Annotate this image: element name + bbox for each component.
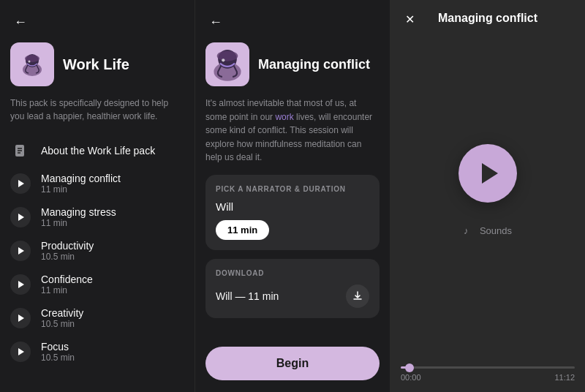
detail-panel: ← Managing conflict It's almost inevitab… <box>195 0 390 392</box>
highlight-word: work <box>275 112 293 122</box>
menu-title-4: Confidence <box>41 274 93 285</box>
download-section-label: DOWNLOAD <box>216 269 369 277</box>
player-header: ✕ Managing conflict <box>390 0 585 32</box>
menu-text-productivity: Productivity 10.5 min <box>41 240 94 262</box>
play-button-large[interactable] <box>458 144 517 203</box>
play-icon-1 <box>10 173 31 194</box>
menu-subtitle-1: 11 min <box>41 184 121 195</box>
menu-title-5: Creativity <box>41 307 83 319</box>
sounds-label: ♪ Sounds <box>464 225 512 236</box>
menu-subtitle-4: 11 min <box>41 285 93 295</box>
sounds-text: Sounds <box>480 225 512 236</box>
narrator-name: Will <box>216 200 369 213</box>
progress-bar[interactable] <box>401 366 575 369</box>
detail-title: Managing conflict <box>258 57 370 72</box>
menu-title-3: Productivity <box>41 240 94 252</box>
play-icon-6 <box>10 342 31 362</box>
time-total: 11:12 <box>554 373 575 382</box>
menu-text-creativity: Creativity 10.5 min <box>41 307 83 329</box>
menu-item-productivity[interactable]: Productivity 10.5 min <box>10 234 184 268</box>
player-content: ♪ Sounds <box>390 32 585 392</box>
download-row: Will — 11 min <box>216 284 369 308</box>
menu-subtitle-2: 11 min <box>41 218 116 228</box>
menu-text-managing-stress: Managing stress 11 min <box>41 206 116 228</box>
back-button[interactable]: ← <box>10 12 31 32</box>
player-title: Managing conflict <box>438 12 537 25</box>
menu-text-focus: Focus 10.5 min <box>41 341 75 363</box>
download-button[interactable] <box>346 284 369 308</box>
progress-thumb[interactable] <box>405 363 414 372</box>
about-label: About the Work Life pack <box>41 145 155 157</box>
play-icon-4 <box>10 274 31 295</box>
play-icon-5 <box>10 308 31 328</box>
about-text-group: About the Work Life pack <box>41 145 155 157</box>
work-life-panel: ← Work Life This pack is specifically de… <box>0 0 195 392</box>
play-icon-2 <box>10 207 31 227</box>
menu-item-managing-conflict[interactable]: Managing conflict 11 min <box>10 167 184 200</box>
narrator-section-label: PICK A NARRATOR & DURATION <box>216 185 369 193</box>
menu-item-focus[interactable]: Focus 10.5 min <box>10 335 184 369</box>
menu-text-managing-conflict: Managing conflict 11 min <box>41 173 121 195</box>
menu-subtitle-5: 10.5 min <box>41 319 83 329</box>
menu-text-confidence: Confidence 11 min <box>41 274 93 295</box>
download-item-label: Will — 11 min <box>216 290 279 302</box>
menu-title-1: Managing conflict <box>41 173 121 184</box>
menu-title-6: Focus <box>41 341 75 353</box>
svg-point-2 <box>25 55 39 62</box>
close-icon: ✕ <box>405 12 415 26</box>
time-row: 00:00 11:12 <box>401 373 575 382</box>
duration-pill[interactable]: 11 min <box>216 220 269 240</box>
svg-text:♪: ♪ <box>464 225 469 236</box>
play-icon-3 <box>10 241 31 261</box>
narrator-card: PICK A NARRATOR & DURATION Will 11 min <box>205 175 380 250</box>
play-triangle-icon <box>482 163 498 184</box>
detail-thumbnail <box>205 42 249 86</box>
detail-back-button[interactable]: ← <box>205 12 226 32</box>
detail-back-arrow-icon: ← <box>209 15 222 30</box>
menu-item-about[interactable]: About the Work Life pack <box>10 135 184 167</box>
menu-title-2: Managing stress <box>41 206 116 218</box>
pack-description: This pack is specifically designed to he… <box>10 97 184 123</box>
begin-button[interactable]: Begin <box>205 347 380 380</box>
menu-item-managing-stress[interactable]: Managing stress 11 min <box>10 200 184 234</box>
detail-header: Managing conflict <box>205 42 380 86</box>
time-current: 00:00 <box>401 373 421 382</box>
svg-point-10 <box>217 50 238 61</box>
player-panel: ✕ Managing conflict ♪ Sounds 00:00 11:12 <box>390 0 585 392</box>
menu-subtitle-3: 10.5 min <box>41 252 94 262</box>
pack-title: Work Life <box>63 56 129 73</box>
player-progress: 00:00 11:12 <box>390 356 585 392</box>
menu-item-creativity[interactable]: Creativity 10.5 min <box>10 301 184 335</box>
pack-header: Work Life <box>10 42 184 86</box>
detail-description: It's almost inevitable that most of us, … <box>205 97 380 165</box>
download-card: DOWNLOAD Will — 11 min <box>205 259 380 318</box>
svg-point-11 <box>222 59 224 61</box>
doc-icon <box>10 140 31 161</box>
menu-item-confidence[interactable]: Confidence 11 min <box>10 268 184 301</box>
pack-thumbnail <box>10 42 54 86</box>
svg-point-3 <box>29 61 31 63</box>
back-arrow-icon: ← <box>14 15 27 30</box>
close-button[interactable]: ✕ <box>401 10 418 28</box>
menu-subtitle-6: 10.5 min <box>41 353 75 363</box>
